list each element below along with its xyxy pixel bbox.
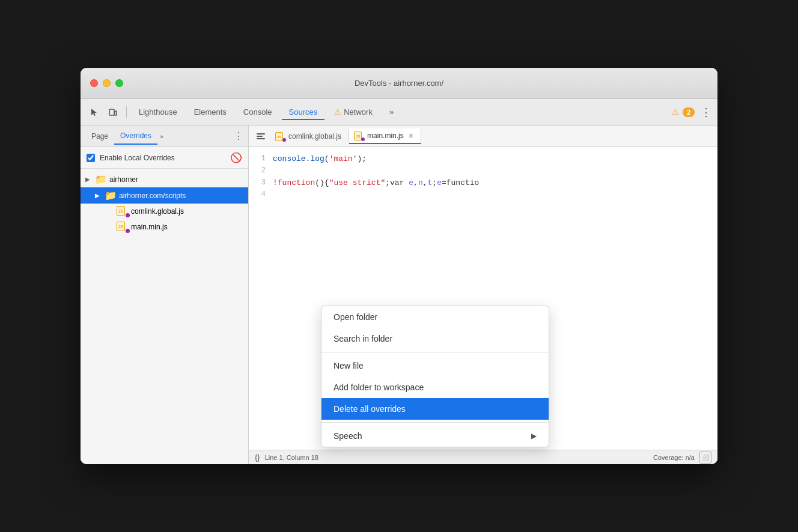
- comlink-dot: [126, 213, 130, 217]
- enable-overrides-checkbox[interactable]: [87, 154, 95, 162]
- file-tree: ▶ 📁 airhorner ▶ 📁 airhorner.com/scripts …: [81, 169, 248, 464]
- panel-tab-page[interactable]: Page: [85, 128, 114, 144]
- back-icon: [256, 131, 266, 141]
- cursor-icon: [89, 107, 99, 117]
- global-warning-icon: ⚠: [672, 107, 679, 116]
- context-new-file[interactable]: New file: [321, 355, 549, 376]
- svg-rect-1: [115, 111, 117, 115]
- maximize-button[interactable]: [115, 79, 123, 87]
- tree-folder-scripts[interactable]: ▶ 📁 airhorner.com/scripts: [81, 187, 248, 204]
- line-content-3: !function(){"use strict";var e,n,t;e=fun…: [273, 178, 717, 190]
- speech-submenu-arrow: ▶: [531, 432, 537, 440]
- line-content-1: console.log('main');: [273, 154, 717, 166]
- tab-network[interactable]: ⚠ Network: [327, 104, 380, 120]
- line-number-2: 2: [249, 166, 273, 178]
- code-line-1: 1 console.log('main');: [249, 154, 717, 166]
- line-content-2: [273, 166, 717, 178]
- more-options-btn[interactable]: ⋮: [698, 105, 713, 119]
- scripts-expand-arrow: ▶: [95, 192, 102, 199]
- main-dot: [126, 229, 130, 233]
- line-number-1: 1: [249, 154, 273, 166]
- panel-tabs: Page Overrides » ⋮: [81, 125, 248, 147]
- editor-tabs: JS comlink.global.js JS main.min.js ×: [249, 125, 717, 147]
- root-folder-name: airhorner: [109, 175, 138, 184]
- comlink-tab-icon: JS: [275, 131, 285, 141]
- code-line-3: 3 !function(){"use strict";var e,n,t;e=f…: [249, 178, 717, 190]
- scripts-folder-name: airhorner.com/scripts: [119, 192, 186, 200]
- more-tabs-btn[interactable]: »: [382, 104, 401, 120]
- minimize-button[interactable]: [103, 79, 111, 87]
- code-line-2: 2: [249, 166, 717, 178]
- tree-file-comlink[interactable]: JS comlink.global.js: [81, 204, 248, 219]
- toolbar-divider-1: [126, 106, 127, 118]
- main-tab-label: main.min.js: [367, 131, 404, 140]
- close-button[interactable]: [90, 79, 98, 87]
- line-content-4: [273, 190, 717, 202]
- comlink-tab-label: comlink.global.js: [288, 132, 341, 141]
- scripts-folder-icon: 📁: [105, 190, 117, 201]
- panel-tab-more[interactable]: »: [160, 133, 163, 140]
- comlink-file-icon-wrap: JS: [117, 206, 129, 217]
- main-file-icon-wrap: JS: [117, 222, 129, 232]
- root-folder-icon: 📁: [95, 174, 107, 185]
- context-open-folder[interactable]: Open folder: [321, 306, 549, 328]
- context-search-folder[interactable]: Search in folder: [321, 328, 549, 349]
- editor-tab-comlink[interactable]: JS comlink.global.js: [270, 129, 349, 144]
- main-toolbar: Lighthouse Elements Console Sources ⚠ Ne…: [81, 99, 717, 125]
- no-entry-icon: 🚫: [230, 152, 242, 163]
- svg-rect-4: [257, 138, 265, 139]
- line-number-4: 4: [249, 190, 273, 202]
- status-bar: {} Line 1, Column 18 Coverage: n/a ⬜: [249, 450, 717, 464]
- comlink-file-name: comlink.global.js: [131, 207, 184, 216]
- context-menu: Open folder Search in folder New file Ad…: [321, 306, 549, 447]
- device-icon: [108, 107, 118, 117]
- line-number-3: 3: [249, 178, 273, 190]
- main-file-icon: JS: [117, 222, 125, 231]
- tab-sources[interactable]: Sources: [282, 104, 325, 120]
- panel-tab-menu-btn[interactable]: ⋮: [234, 130, 243, 142]
- cursor-position: Line 1, Column 18: [265, 454, 318, 461]
- svg-rect-2: [257, 133, 265, 135]
- svg-rect-3: [257, 136, 263, 137]
- main-content: Page Overrides » ⋮ Enable Local Override…: [81, 125, 717, 464]
- braces-icon[interactable]: {}: [255, 453, 260, 462]
- devtools-window: DevTools - airhorner.com/ Lighthouse Ele…: [81, 68, 717, 464]
- code-line-4: 4: [249, 190, 717, 202]
- context-divider-2: [321, 422, 549, 423]
- editor-back-btn[interactable]: [254, 129, 268, 144]
- tab-lighthouse[interactable]: Lighthouse: [132, 104, 184, 120]
- toolbar-right: ⚠ 2 ⋮: [672, 105, 713, 119]
- traffic-lights: [90, 79, 123, 87]
- screenshot-btn[interactable]: ⬜: [699, 452, 711, 464]
- context-delete-overrides[interactable]: Delete all overrides: [321, 398, 549, 420]
- panel-tab-overrides[interactable]: Overrides: [114, 128, 157, 145]
- device-toolbar-btn[interactable]: [105, 104, 121, 121]
- root-expand-arrow: ▶: [85, 176, 93, 183]
- network-warning-icon: ⚠: [334, 107, 341, 116]
- close-tab-btn[interactable]: ×: [409, 131, 413, 141]
- titlebar: DevTools - airhorner.com/: [81, 68, 717, 99]
- context-speech[interactable]: Speech ▶: [321, 425, 549, 447]
- tree-file-main[interactable]: JS main.min.js: [81, 219, 248, 235]
- main-tab-icon: JS: [354, 131, 364, 141]
- coverage-text: Coverage: n/a: [653, 454, 695, 461]
- tree-root-airhorner[interactable]: ▶ 📁 airhorner: [81, 171, 248, 187]
- tab-console[interactable]: Console: [236, 104, 279, 120]
- svg-rect-0: [109, 109, 114, 115]
- editor-tab-main[interactable]: JS main.min.js ×: [349, 128, 421, 144]
- overrides-header: Enable Local Overrides 🚫: [81, 147, 248, 169]
- window-title: DevTools - airhorner.com/: [355, 79, 443, 88]
- context-add-folder[interactable]: Add folder to workspace: [321, 376, 549, 398]
- cursor-icon-btn[interactable]: [85, 104, 102, 121]
- tab-elements[interactable]: Elements: [187, 104, 234, 120]
- main-file-name: main.min.js: [131, 223, 168, 231]
- left-panel: Page Overrides » ⋮ Enable Local Override…: [81, 125, 249, 464]
- overrides-label: Enable Local Overrides: [100, 154, 225, 162]
- warning-badge: 2: [683, 107, 695, 117]
- context-divider-1: [321, 352, 549, 352]
- comlink-file-icon: JS: [117, 206, 125, 216]
